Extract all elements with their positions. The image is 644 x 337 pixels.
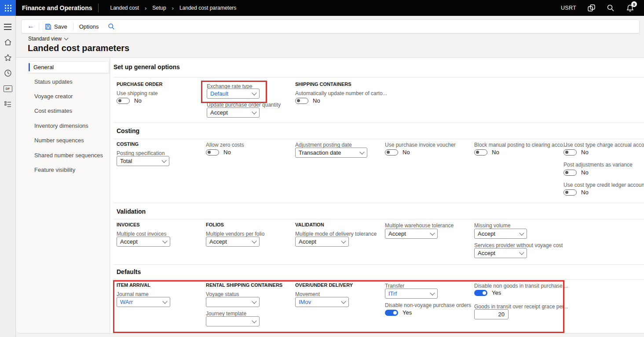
group-rental-shipping-containers: RENTAL SHIPPING CONTAINERS: [206, 282, 282, 288]
divider: [113, 203, 644, 203]
app-title[interactable]: Finance and Operations: [22, 4, 92, 11]
disable-non-goods-in-transit-toggle[interactable]: Yes: [474, 289, 501, 296]
auto-update-cartons-toggle[interactable]: No: [295, 97, 320, 104]
topbar-divider: [98, 4, 99, 12]
adjustment-posting-date-label: Adjustment posting date: [295, 142, 352, 148]
notification-badge: 9: [631, 1, 637, 7]
adjustment-posting-date-dropdown[interactable]: Transaction date: [295, 148, 367, 158]
chevron-down-icon: [519, 250, 524, 255]
use-shipping-rate-toggle[interactable]: No: [117, 97, 142, 104]
movement-label: Movement: [295, 291, 320, 297]
options-button[interactable]: Options: [73, 20, 105, 33]
disable-non-voyage-po-toggle[interactable]: Yes: [385, 309, 412, 316]
multiple-cost-invoices-dropdown[interactable]: Accept: [117, 237, 170, 247]
goods-in-transit-grace-input[interactable]: [474, 309, 509, 319]
chevron-right-icon: ›: [172, 5, 174, 11]
top-bar: Finance and Operations Landed cost › Set…: [0, 0, 644, 16]
voyage-status-label: Voyage status: [206, 291, 239, 297]
group-shipping-containers: SHIPPING CONTAINERS: [295, 81, 351, 87]
chevron-right-icon: ›: [145, 5, 146, 11]
save-button[interactable]: Save: [39, 20, 73, 33]
breadcrumb-setup[interactable]: Setup: [152, 5, 166, 11]
search-icon[interactable]: [606, 4, 615, 12]
tab-inventory-dimensions[interactable]: Inventory dimensions: [28, 120, 109, 132]
use-cost-type-credit-ledger-toggle[interactable]: No: [564, 189, 589, 196]
allow-zero-costs-label: Allow zero costs: [206, 142, 244, 148]
breadcrumb-landed-cost[interactable]: Landed cost: [110, 5, 139, 11]
post-adjustments-as-variance-label: Post adjustments as variance: [564, 162, 633, 168]
multiple-cost-invoices-label: Multiple cost invoices: [117, 231, 166, 237]
multiple-mode-delivery-tolerance-label: Multiple mode of delivery tolerance: [295, 231, 377, 237]
home-icon[interactable]: [2, 37, 14, 48]
costing-section-title: Costing: [117, 127, 139, 134]
services-provider-dropdown[interactable]: Accept: [474, 248, 527, 258]
voyage-status-dropdown[interactable]: [206, 297, 260, 307]
chevron-down-icon: [430, 230, 435, 235]
block-manual-posting-toggle[interactable]: No: [474, 149, 499, 156]
tab-shared-number-sequences[interactable]: Shared number sequences: [28, 149, 109, 161]
tab-voyage-creator[interactable]: Voyage creator: [28, 90, 109, 102]
action-pane: ← Save Options: [21, 19, 640, 33]
notifications-bell-icon[interactable]: 9: [626, 4, 634, 12]
post-adjustments-as-variance-toggle[interactable]: No: [564, 169, 589, 176]
default-dashboard-icon[interactable]: DF: [2, 83, 14, 94]
left-rail: DF: [0, 16, 16, 337]
use-cost-type-charge-accrual-toggle[interactable]: No: [564, 149, 589, 156]
transfer-label: Transfer: [385, 283, 404, 289]
chevron-down-icon: [359, 149, 364, 154]
exchange-rate-type-dropdown[interactable]: Default: [207, 89, 260, 99]
app-launcher-button[interactable]: [0, 0, 16, 16]
group-validation: VALIDATION: [295, 222, 324, 227]
update-po-quantity-dropdown[interactable]: Accept: [207, 107, 260, 118]
selected-accent-bar: [29, 63, 30, 71]
disable-non-voyage-po-label: Disable non-voyage purchase orders: [385, 302, 471, 308]
missing-volume-dropdown[interactable]: Accept: [474, 229, 527, 239]
transfer-dropdown[interactable]: ITrf: [385, 289, 438, 299]
multiple-warehouse-tolerance-label: Multiple warehouse tolerance: [385, 222, 454, 229]
save-floppy-icon: [45, 23, 51, 30]
auto-update-cartons-label: Automatically update number of carto...: [295, 90, 387, 96]
back-arrow-icon[interactable]: ←: [27, 22, 34, 30]
multiple-warehouse-tolerance-dropdown[interactable]: Accept: [385, 229, 438, 239]
tab-status-updates[interactable]: Status updates: [28, 76, 109, 88]
multiple-vendors-per-folio-dropdown[interactable]: Accept: [206, 237, 260, 247]
journey-template-label: Journey template: [206, 311, 246, 317]
group-costing: COSTING: [117, 141, 139, 147]
view-selector[interactable]: Standard view: [28, 36, 68, 42]
group-purchase-order: PURCHASE ORDER: [117, 81, 163, 87]
breadcrumb: Landed cost › Setup › Landed cost parame…: [110, 5, 236, 11]
copilot-icon[interactable]: [587, 4, 596, 12]
posting-specification-label: Posting specification: [117, 150, 165, 156]
tab-general[interactable]: General: [28, 61, 109, 73]
hamburger-menu-icon[interactable]: [2, 21, 14, 33]
modules-list-icon[interactable]: [2, 98, 14, 110]
chevron-down-icon: [162, 299, 167, 304]
tab-feature-visibility[interactable]: Feature visibility: [28, 164, 109, 176]
multiple-mode-delivery-tolerance-dropdown[interactable]: Accept: [295, 237, 349, 247]
divider: [113, 279, 644, 280]
favorites-star-icon[interactable]: [2, 52, 14, 63]
tab-cost-estimates[interactable]: Cost estimates: [28, 105, 109, 117]
use-purchase-invoice-voucher-toggle[interactable]: No: [385, 149, 410, 156]
waffle-icon: [5, 5, 11, 11]
recent-clock-icon[interactable]: [2, 67, 14, 79]
breadcrumb-landed-cost-parameters[interactable]: Landed cost parameters: [179, 5, 236, 11]
divider: [113, 77, 644, 78]
defaults-section-title: Defaults: [117, 268, 141, 275]
action-search-icon[interactable]: [108, 23, 115, 30]
allow-zero-costs-toggle[interactable]: No: [206, 149, 231, 156]
chevron-down-icon: [252, 238, 256, 243]
posting-specification-dropdown[interactable]: Total: [117, 156, 169, 166]
company-picker[interactable]: USRT: [561, 5, 576, 11]
divider: [113, 219, 644, 219]
chevron-down-icon: [252, 109, 256, 114]
missing-volume-label: Missing volume: [474, 222, 511, 229]
group-over-under-delivery: OVER/UNDER DELIVERY: [295, 282, 353, 288]
services-provider-label: Services provider without voyage cost: [474, 242, 563, 248]
tab-number-sequences[interactable]: Number sequences: [28, 134, 109, 146]
journal-name-dropdown[interactable]: WArr: [117, 297, 170, 307]
journey-template-dropdown[interactable]: [206, 316, 260, 326]
movement-dropdown[interactable]: IMov: [295, 297, 349, 307]
chevron-down-icon: [430, 290, 435, 295]
group-item-arrival: ITEM ARRIVAL: [117, 282, 150, 288]
